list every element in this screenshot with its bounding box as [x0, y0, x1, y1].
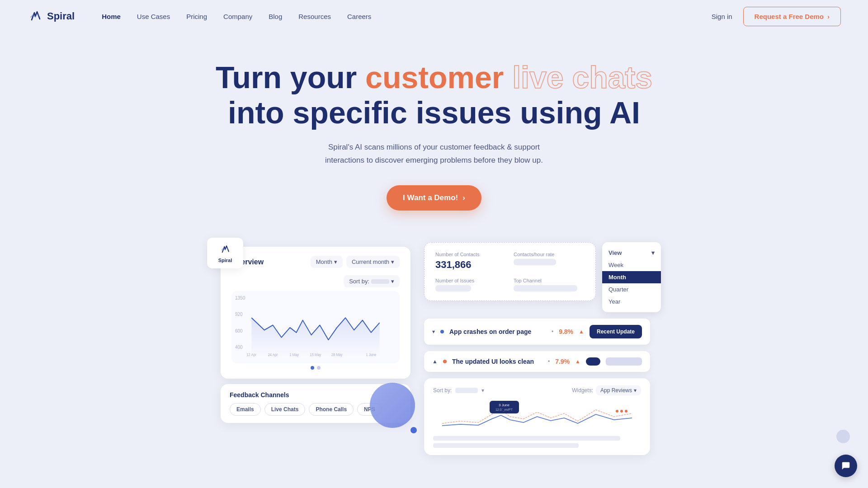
sort-placeholder-2	[455, 388, 478, 393]
detail-card: Sort by: ▾ Widgets: App Reviews ▾	[424, 378, 650, 455]
hero-live-chats-word: live chats	[512, 60, 652, 94]
tag-emails[interactable]: Emails	[230, 403, 261, 416]
issue-arrow-icon-2: ▲	[575, 358, 580, 365]
svg-text:28 May: 28 May	[331, 353, 343, 357]
tag-phone-calls[interactable]: Phone Calls	[309, 403, 354, 416]
tag-live-chats[interactable]: Live Chats	[264, 403, 306, 416]
issue-bar	[606, 357, 642, 366]
chart-dots-nav	[231, 366, 400, 370]
top-channel-stat: Top Channel	[514, 278, 585, 291]
issue-arrow-icon-1: ▲	[579, 328, 584, 335]
issue-row-2: ▲ The updated UI looks clean • 7.9% ▲	[424, 351, 650, 372]
hour-rate-stat: Contacts/hour rate	[514, 252, 585, 271]
top-channel-label: Top Channel	[514, 278, 585, 283]
chevron-down-icon-view: ▾	[651, 249, 655, 256]
chat-bubble-button[interactable]	[835, 455, 857, 477]
nav-right: Sign in Request a Free Demo ›	[712, 7, 841, 26]
spiral-badge-card: Spiral	[207, 238, 243, 268]
issue-chevron-1[interactable]: ▾	[432, 328, 435, 335]
nav-blog[interactable]: Blog	[269, 13, 282, 20]
dot-nav-2[interactable]	[317, 366, 321, 370]
dot-decoration	[410, 427, 417, 433]
issues-stat: Number of Issues	[435, 278, 506, 291]
contacts-value: 331,866	[435, 259, 506, 271]
chart-container: 1350 920 600 400 12 Apr	[231, 291, 400, 363]
svg-text:24 Apr: 24 Apr	[268, 353, 278, 357]
hour-rate-label: Contacts/hour rate	[514, 252, 585, 257]
nav-resources[interactable]: Resources	[298, 13, 331, 20]
contacts-stat: Number of Contacts 331,866	[435, 252, 506, 271]
skeleton-line-1	[433, 436, 620, 441]
issues-label: Number of Issues	[435, 278, 506, 283]
sort-placeholder	[371, 279, 389, 284]
logo-link[interactable]: Spiral	[27, 8, 75, 24]
svg-text:1 May: 1 May	[289, 353, 299, 357]
chat-bubble-icon	[841, 461, 851, 471]
stats-grid: Number of Contacts 331,866 Contacts/hour…	[435, 252, 585, 291]
sort-by-button[interactable]: Sort by: ▾	[344, 275, 400, 287]
chart-yaxis: 1350 920 600 400	[235, 296, 245, 350]
issue-row-1: ▾ App crashes on order page • 9.8% ▲ Rec…	[424, 319, 650, 345]
svg-text:3 June: 3 June	[499, 403, 510, 407]
nav-company[interactable]: Company	[223, 13, 252, 20]
issue-dot-2	[443, 360, 447, 363]
dot-sm-2	[620, 410, 623, 413]
chevron-down-icon-3: ▾	[391, 278, 394, 285]
issue-separator-1: •	[552, 328, 553, 335]
logo-text: Spiral	[47, 10, 75, 22]
overview-header: Overview Month ▾ Current month ▾	[231, 256, 400, 268]
arrow-right-icon: ›	[827, 13, 830, 20]
dashboard-preview: Spiral Overview Month ▾ Current month ▾	[0, 238, 868, 455]
svg-text:15 May: 15 May	[310, 353, 322, 357]
mini-line-chart: 3 June 12:01pm/PT	[433, 401, 641, 430]
nav-home[interactable]: Home	[102, 13, 121, 20]
issue-dot-1	[440, 330, 444, 333]
issue-toggle[interactable]	[586, 357, 600, 366]
view-option-quarter[interactable]: Quarter	[602, 283, 661, 296]
view-dropdown-header: View ▾	[602, 247, 661, 259]
chevron-down-icon-detail: ▾	[481, 387, 484, 394]
chevron-down-icon-widgets: ▾	[634, 387, 637, 394]
current-month-button[interactable]: Current month ▾	[346, 256, 400, 268]
issue-pct-1: 9.8%	[559, 328, 573, 335]
month-button[interactable]: Month ▾	[311, 256, 343, 268]
contacts-label: Number of Contacts	[435, 252, 506, 257]
svg-text:1 June: 1 June	[366, 353, 376, 357]
hero-section: Turn your customer live chats into speci…	[0, 33, 868, 229]
detail-header: Sort by: ▾ Widgets: App Reviews ▾	[433, 385, 641, 395]
dot-sm-3	[625, 410, 627, 413]
nav-use-cases[interactable]: Use Cases	[137, 13, 170, 20]
hour-rate-placeholder	[514, 259, 556, 265]
nav-links: Home Use Cases Pricing Company Blog Reso…	[102, 13, 712, 20]
app-reviews-pill[interactable]: App Reviews ▾	[596, 385, 641, 395]
circle-decoration	[370, 383, 415, 428]
dot-cluster	[616, 410, 627, 413]
nav-careers[interactable]: Careers	[347, 13, 371, 20]
chevron-down-icon: ▾	[334, 258, 337, 265]
top-channel-placeholder	[514, 285, 577, 291]
view-option-month[interactable]: Month	[602, 271, 661, 283]
left-panel: Spiral Overview Month ▾ Current month ▾	[207, 238, 410, 455]
detail-sort: Sort by: ▾	[433, 387, 484, 394]
view-dropdown: View ▾ Week Month Quarter Year	[602, 242, 661, 312]
dot-nav-1[interactable]	[311, 366, 314, 370]
skeleton-line-2	[433, 443, 579, 448]
spiral-badge-icon	[219, 243, 231, 256]
issue-name-1: App crashes on order page	[449, 328, 546, 335]
nav-pricing[interactable]: Pricing	[186, 13, 207, 20]
view-option-year[interactable]: Year	[602, 296, 661, 308]
logo-icon	[27, 8, 43, 24]
recent-update-button[interactable]: Recent Update	[590, 325, 642, 338]
spiral-badge-text: Spiral	[218, 258, 232, 263]
navbar: Spiral Home Use Cases Pricing Company Bl…	[0, 0, 868, 33]
line-chart: 12 Apr 24 Apr 1 May 15 May 28 May 1 June	[239, 298, 392, 357]
view-option-week[interactable]: Week	[602, 259, 661, 271]
sign-in-link[interactable]: Sign in	[712, 13, 732, 20]
mini-chart: 3 June 12:01pm/PT	[433, 401, 641, 432]
widgets-label: Widgets:	[572, 387, 593, 394]
issue-separator-2: •	[548, 358, 550, 365]
issue-pct-2: 7.9%	[555, 358, 570, 365]
request-demo-button[interactable]: Request a Free Demo ›	[743, 7, 841, 26]
cta-button[interactable]: I Want a Demo! ›	[387, 185, 481, 211]
issue-chevron-2[interactable]: ▲	[432, 358, 438, 365]
